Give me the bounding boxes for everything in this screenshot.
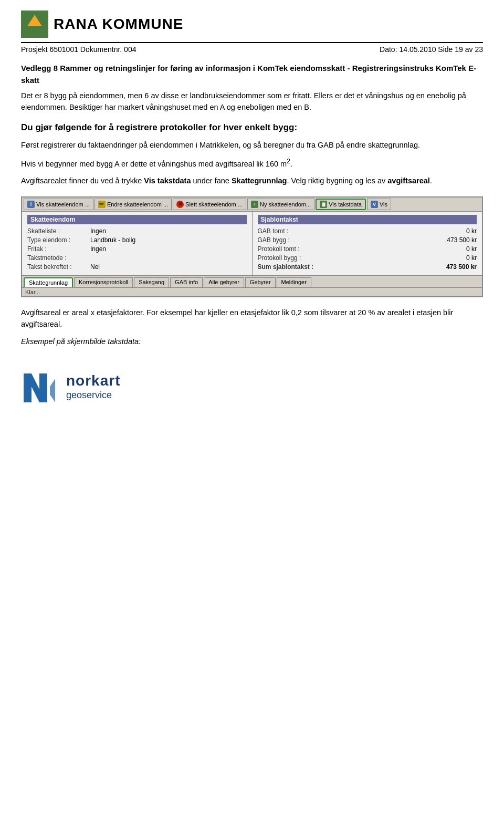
info-icon: i — [27, 201, 35, 208]
ui-screenshot: i Vis skatteeiendom ... ✏ Endre skatteei… — [21, 196, 483, 297]
document-info: Prosjekt 6501001 Dokumentnr. 004 Dato: 1… — [21, 45, 483, 54]
logo-container: RANA KOMMUNE — [21, 11, 183, 38]
status-bar: Klar... — [22, 287, 482, 296]
vis-label: Vis — [380, 201, 387, 207]
sjablontakst-panel: Sjablontakst GAB tomt : 0 kr GAB bygg : … — [253, 212, 482, 275]
skatteliste-label: Skatteliste : — [27, 227, 90, 235]
paragraph-3: Hvis vi begynner med bygg A er dette et … — [21, 157, 483, 170]
heading-2: Du gjør følgende for å registrere protok… — [21, 122, 483, 133]
ny-skatteeiendom-button[interactable]: + Ny skatteeiendom... — [247, 199, 314, 210]
paragraph-4: Avgiftsarealet finner du ved å trykke Vi… — [21, 175, 483, 186]
endre-skatteeiendom-button[interactable]: ✏ Endre skatteeiendom ... — [94, 199, 172, 210]
vis-icon: V — [371, 201, 378, 208]
paragraph-after-screenshot: Avgiftsareal er areal x etasjefaktorer. … — [21, 307, 483, 330]
para4-bold3: avgiftsareal — [387, 176, 430, 185]
tab-alle-gebyrer[interactable]: Alle gebyrer — [204, 277, 244, 287]
para4-bold2: Skattegrunnlag — [232, 176, 287, 185]
para4-end2: . — [430, 176, 432, 185]
paragraph-1: Det er 8 bygg på eiendommen, men 6 av di… — [21, 90, 483, 113]
fritak-label: Fritak : — [27, 245, 90, 253]
vis-takstdata-button[interactable]: 📋 Vis takstdata — [316, 199, 366, 210]
ui-content: Skatteeiendom Skatteliste : Ingen Type e… — [22, 212, 482, 275]
new-icon: + — [251, 201, 258, 208]
vis-skatteeiendom-button[interactable]: i Vis skatteeiendom ... — [24, 199, 93, 210]
ui-toolbar: i Vis skatteeiendom ... ✏ Endre skatteei… — [22, 198, 482, 212]
endre-skatteeiendom-label: Endre skatteeiendom ... — [107, 201, 168, 207]
norkart-sub-name: geoservice — [66, 390, 120, 401]
takstmetode-row: Takstmetode : — [27, 254, 247, 262]
example-label: Eksempel på skjermbilde takstdata: — [21, 336, 483, 347]
protokoll-bygg-row: Protokoll bygg : 0 kr — [258, 254, 477, 262]
rana-kommune-logo-icon — [21, 11, 48, 38]
skatteeiendom-panel: Skatteeiendom Skatteliste : Ingen Type e… — [22, 212, 253, 275]
paragraph-2: Først registrerer du faktaendringer på e… — [21, 139, 483, 151]
type-eiendom-value: Landbruk - bolig — [90, 236, 135, 244]
section-heading: Vedlegg 8 Rammer og retningslinjer for f… — [21, 62, 483, 87]
takst-bekreftet-value: Nei — [90, 263, 100, 271]
gab-tomt-value: 0 kr — [435, 227, 477, 235]
tab-korresjonsprotokoll[interactable]: Korresjonsprotokoll — [74, 277, 133, 287]
gab-bygg-row: GAB bygg : 473 500 kr — [258, 236, 477, 244]
svg-marker-0 — [24, 373, 47, 402]
para4-start: Avgiftsarealet finner du ved å trykke — [21, 176, 144, 185]
sjablontakst-panel-title: Sjablontakst — [258, 215, 477, 224]
gab-bygg-label: GAB bygg : — [258, 236, 290, 244]
gab-bygg-value: 473 500 kr — [435, 236, 477, 244]
sum-sjablontakst-label: Sum sjablontakst : — [258, 263, 314, 271]
gab-tomt-label: GAB tomt : — [258, 227, 289, 235]
para4-end: . Velg riktig bygning og les av — [287, 176, 387, 185]
tab-gab-info[interactable]: GAB info — [170, 277, 203, 287]
tab-skattegrunnlag[interactable]: Skattegrunnlag — [24, 277, 73, 287]
municipality-name: RANA KOMMUNE — [54, 16, 183, 33]
edit-icon: ✏ — [98, 201, 106, 208]
para3-superscript: 2 — [287, 158, 290, 165]
tab-saksgang[interactable]: Saksgang — [134, 277, 169, 287]
norkart-brand-name: norkart — [66, 372, 120, 390]
project-number: Prosjekt 6501001 Dokumentnr. 004 — [21, 45, 136, 54]
vis-button[interactable]: V Vis — [367, 199, 391, 210]
para3-start: Hvis vi begynner med bygg A er dette et … — [21, 160, 287, 168]
slett-skatteeiendom-label: Slett skatteeiendom ... — [185, 201, 243, 207]
protokoll-tomt-value: 0 kr — [435, 245, 477, 253]
tab-gebyrer[interactable]: Gebyrer — [245, 277, 276, 287]
page-header: RANA KOMMUNE — [21, 11, 483, 38]
slett-skatteeiendom-button[interactable]: ✕ Slett skatteeiendom ... — [173, 199, 246, 210]
para4-middle: under fane — [191, 176, 231, 185]
ny-skatteeiendom-label: Ny skatteeiendom... — [260, 201, 311, 207]
vis-skatteeiendom-label: Vis skatteeiendom ... — [36, 201, 90, 207]
gab-tomt-row: GAB tomt : 0 kr — [258, 227, 477, 235]
skatteliste-row: Skatteliste : Ingen — [27, 227, 247, 235]
tab-meldinger[interactable]: Meldinger — [277, 277, 311, 287]
takst-bekreftet-row: Takst bekreftet : Nei — [27, 263, 247, 271]
delete-icon: ✕ — [176, 201, 184, 208]
fritak-row: Fritak : Ingen — [27, 245, 247, 253]
takst-bekreftet-label: Takst bekreftet : — [27, 263, 90, 271]
type-eiendom-label: Type eiendom : — [27, 236, 90, 244]
date-page: Dato: 14.05.2010 Side 19 av 23 — [380, 45, 483, 54]
norkart-text: norkart geoservice — [66, 372, 120, 401]
footer-logo: norkart geoservice — [21, 368, 483, 405]
sum-sjablontakst-row: Sum sjablontakst : 473 500 kr — [258, 263, 477, 271]
protokoll-tomt-label: Protokoll tomt : — [258, 245, 300, 253]
takstmetode-label: Takstmetode : — [27, 254, 90, 262]
ui-tabs: Skattegrunnlag Korresjonsprotokoll Saksg… — [22, 275, 482, 287]
protokoll-bygg-value: 0 kr — [435, 254, 477, 262]
vis-takstdata-label: Vis takstdata — [329, 201, 362, 207]
type-eiendom-row: Type eiendom : Landbruk - bolig — [27, 236, 247, 244]
skatteliste-value: Ingen — [90, 227, 106, 235]
para4-bold1: Vis takstdata — [144, 176, 191, 185]
status-text: Klar... — [25, 289, 40, 295]
protokoll-tomt-row: Protokoll tomt : 0 kr — [258, 245, 477, 253]
norkart-logo-icon — [21, 368, 58, 405]
header-divider — [21, 42, 483, 43]
skatteeiendom-panel-title: Skatteeiendom — [27, 215, 247, 224]
svg-marker-1 — [50, 379, 55, 402]
sum-sjablontakst-value: 473 500 kr — [435, 263, 477, 271]
protokoll-bygg-label: Protokoll bygg : — [258, 254, 301, 262]
para3-end: . — [290, 160, 292, 168]
fritak-value: Ingen — [90, 245, 106, 253]
takst-icon: 📋 — [320, 201, 327, 208]
